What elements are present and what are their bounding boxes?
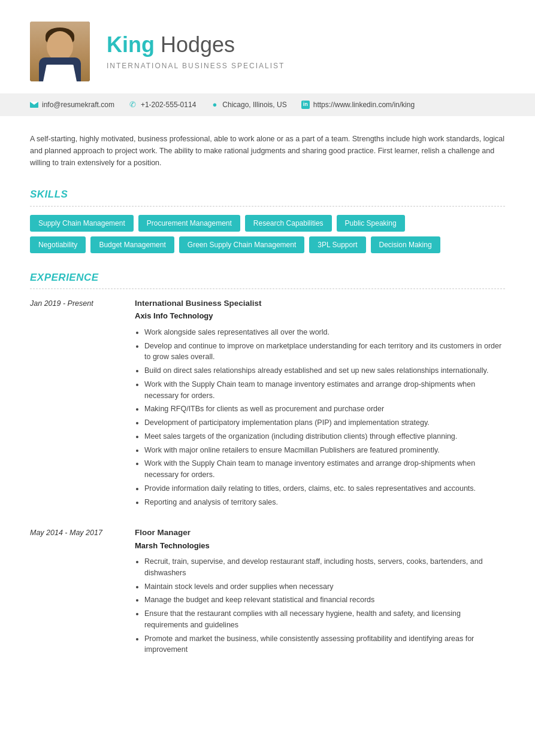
bullet-item: Maintain stock levels and order supplies… — [144, 581, 505, 593]
skill-green-supply: Green Supply Chain Management — [179, 236, 304, 253]
job-title: INTERNATIONAL BUSINESS SPECIALIST — [107, 60, 505, 71]
experience-item-1: Jan 2019 - Present International Busines… — [30, 297, 505, 510]
skill-public-speaking: Public Speaking — [337, 215, 405, 232]
linkedin-text: https://www.linkedin.com/in/king — [313, 99, 415, 110]
bullet-item: Work with the Supply Chain team to manag… — [144, 458, 505, 481]
phone-text: +1-202-555-0114 — [141, 99, 196, 110]
skill-budget: Budget Management — [90, 236, 174, 253]
bullet-item: Build on direct sales relationships alre… — [144, 365, 505, 377]
exp-details-1: International Business Specialist Axis I… — [135, 297, 505, 510]
bullet-item: Ensure that the restaurant complies with… — [144, 608, 505, 631]
header: King Hodges INTERNATIONAL BUSINESS SPECI… — [0, 0, 535, 93]
resume-container: King Hodges INTERNATIONAL BUSINESS SPECI… — [0, 0, 535, 756]
skill-supply-chain: Supply Chain Management — [30, 215, 134, 232]
contact-bar: info@resumekraft.com ✆ +1-202-555-0114 ●… — [0, 93, 535, 116]
bullet-item: Manage the budget and keep relevant stat… — [144, 594, 505, 606]
bullet-item: Making RFQ/ITBs for clients as well as p… — [144, 403, 505, 415]
main-content: A self-starting, highly motivated, busin… — [0, 116, 535, 693]
bullet-item: Meet sales targets of the organization (… — [144, 431, 505, 442]
location-icon: ● — [210, 101, 219, 109]
avatar — [30, 22, 90, 81]
skill-negotiability: Negotiability — [30, 236, 86, 253]
exp-company-1: Axis Info Technology — [135, 310, 505, 322]
email-contact: info@resumekraft.com — [30, 99, 114, 110]
experience-divider — [30, 289, 505, 289]
exp-details-2: Floor Manager Marsh Technologies Recruit… — [135, 527, 505, 658]
skill-decision-making: Decision Making — [371, 236, 440, 253]
location-contact: ● Chicago, Illinois, US — [210, 99, 286, 110]
exp-job-title-1: International Business Specialist — [135, 297, 505, 309]
first-name: King — [107, 32, 155, 57]
header-info: King Hodges INTERNATIONAL BUSINESS SPECI… — [107, 32, 505, 71]
exp-job-title-2: Floor Manager — [135, 527, 505, 539]
bullet-item: Reporting and analysis of territory sale… — [144, 497, 505, 508]
skills-title: SKILLS — [30, 187, 505, 202]
bullet-item: Development of participatory implementat… — [144, 417, 505, 429]
experience-title: EXPERIENCE — [30, 270, 505, 286]
skills-divider — [30, 206, 505, 207]
experience-item-2: May 2014 - May 2017 Floor Manager Marsh … — [30, 527, 505, 658]
bullet-item: Provide information daily relating to ti… — [144, 483, 505, 494]
exp-date-1: Jan 2019 - Present — [30, 297, 123, 510]
full-name: King Hodges — [107, 32, 505, 57]
bullet-item: Promote and market the business, while c… — [144, 633, 505, 656]
bullet-item: Recruit, train, supervise, and develop r… — [144, 556, 505, 579]
summary-text: A self-starting, highly motivated, busin… — [30, 133, 505, 169]
skills-row-2: Negotiability Budget Management Green Su… — [30, 236, 505, 253]
skills-section: SKILLS Supply Chain Management Procureme… — [30, 187, 505, 253]
email-text: info@resumekraft.com — [42, 99, 114, 110]
exp-bullets-1: Work alongside sales representatives all… — [135, 327, 505, 508]
phone-contact: ✆ +1-202-555-0114 — [129, 99, 196, 110]
exp-company-2: Marsh Technologies — [135, 540, 505, 552]
email-icon — [30, 101, 38, 109]
skill-research: Research Capabilities — [245, 215, 332, 232]
exp-date-2: May 2014 - May 2017 — [30, 527, 123, 658]
bullet-item: Work with the Supply Chain team to manag… — [144, 379, 505, 402]
exp-bullets-2: Recruit, train, supervise, and develop r… — [135, 556, 505, 655]
skill-procurement: Procurement Management — [138, 215, 240, 232]
bullet-item: Develop and continue to improve on marke… — [144, 341, 505, 363]
linkedin-contact: in https://www.linkedin.com/in/king — [301, 99, 415, 110]
bullet-item: Work with major online retailers to ensu… — [144, 445, 505, 456]
skill-3pl: 3PL Support — [309, 236, 365, 253]
location-text: Chicago, Illinois, US — [222, 99, 286, 110]
linkedin-icon: in — [301, 101, 310, 109]
bullet-item: Work alongside sales representatives all… — [144, 327, 505, 338]
phone-icon: ✆ — [129, 101, 137, 109]
experience-section: EXPERIENCE Jan 2019 - Present Internatio… — [30, 270, 505, 658]
last-name: Hodges — [161, 32, 235, 57]
skills-row-1: Supply Chain Management Procurement Mana… — [30, 215, 505, 232]
